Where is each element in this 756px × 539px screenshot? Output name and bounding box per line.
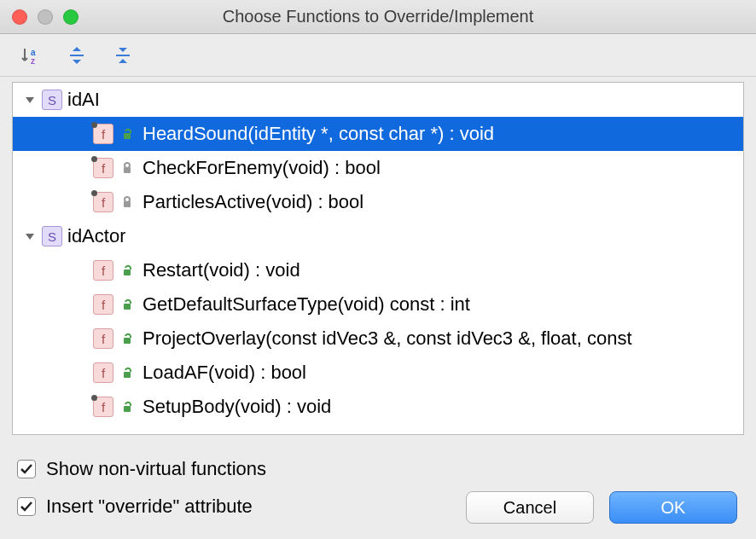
function-icon: f <box>93 294 113 315</box>
svg-rect-12 <box>124 372 131 378</box>
cancel-button[interactable]: Cancel <box>466 491 594 524</box>
show-non-virtual-label: Show non-virtual functions <box>46 458 266 480</box>
function-signature: Restart(void) : void <box>142 259 300 281</box>
function-icon: f <box>93 362 113 383</box>
insert-override-checkbox[interactable] <box>17 497 36 516</box>
struct-icon: S <box>42 90 62 110</box>
unlock-icon <box>119 398 136 415</box>
function-icon: f <box>93 328 113 349</box>
tree-item[interactable]: fHeardSound(idEntity *, const char *) : … <box>13 117 743 151</box>
tree-item[interactable]: fGetDefaultSurfaceType(void) const : int <box>13 287 743 322</box>
tree-item[interactable]: fRestart(void) : void <box>13 253 743 287</box>
maximize-window-button[interactable] <box>63 9 79 25</box>
svg-rect-3 <box>116 55 130 56</box>
collapse-all-button[interactable] <box>111 43 135 67</box>
function-icon: f <box>93 124 113 144</box>
toolbar: a z <box>0 34 756 77</box>
unlock-icon <box>119 296 136 313</box>
function-icon: f <box>93 260 113 281</box>
expand-all-button[interactable] <box>65 43 89 67</box>
tree-group[interactable]: SidAI <box>13 83 743 117</box>
function-signature: SetupBody(void) : void <box>142 396 331 418</box>
titlebar: Choose Functions to Override/Implement <box>0 0 756 34</box>
unlock-icon <box>119 125 136 142</box>
close-window-button[interactable] <box>12 9 27 25</box>
svg-rect-9 <box>124 270 131 275</box>
function-signature: ProjectOverlay(const idVec3 &, const idV… <box>142 327 632 350</box>
expand-icon[interactable] <box>21 91 38 108</box>
svg-rect-6 <box>124 167 131 173</box>
window-controls <box>12 9 79 25</box>
svg-text:z: z <box>31 56 35 66</box>
function-signature: ParticlesActive(void) : bool <box>142 191 363 213</box>
function-icon: f <box>93 397 113 417</box>
show-non-virtual-checkbox[interactable] <box>17 460 36 478</box>
sort-alpha-button[interactable]: a z <box>19 43 43 67</box>
svg-rect-4 <box>124 133 131 139</box>
tree-item[interactable]: fProjectOverlay(const idVec3 &, const id… <box>13 322 743 356</box>
unlock-icon <box>119 330 136 347</box>
expand-icon[interactable] <box>21 228 38 245</box>
svg-rect-11 <box>124 338 131 344</box>
tree-item[interactable]: fCheckForEnemy(void) : bool <box>13 151 743 185</box>
struct-icon: S <box>42 226 62 246</box>
function-icon: f <box>93 158 113 178</box>
tree-item[interactable]: fParticlesActive(void) : bool <box>13 185 743 219</box>
unlock-icon <box>119 262 136 279</box>
svg-rect-8 <box>124 201 131 207</box>
function-signature: LoadAF(void) : bool <box>142 362 306 384</box>
function-signature: GetDefaultSurfaceType(void) const : int <box>142 293 470 316</box>
lock-icon <box>119 194 136 211</box>
group-label: idAI <box>67 89 100 111</box>
tree-item[interactable]: fSetupBody(void) : void <box>13 390 743 424</box>
dialog-footer: Show non-virtual functions Insert "overr… <box>0 443 756 539</box>
function-signature: CheckForEnemy(void) : bool <box>142 157 381 179</box>
svg-rect-2 <box>70 55 84 56</box>
insert-override-label: Insert "override" attribute <box>46 496 253 518</box>
ok-button[interactable]: OK <box>609 491 737 524</box>
unlock-icon <box>119 364 136 381</box>
group-label: idActor <box>67 225 125 247</box>
svg-rect-10 <box>124 304 131 310</box>
function-icon: f <box>93 192 113 212</box>
tree-group[interactable]: SidActor <box>13 219 743 253</box>
tree-item[interactable]: fLoadAF(void) : bool <box>13 356 743 390</box>
window-title: Choose Functions to Override/Implement <box>0 7 756 26</box>
lock-icon <box>119 159 136 177</box>
minimize-window-button[interactable] <box>38 9 53 25</box>
svg-rect-13 <box>124 406 131 412</box>
function-signature: HeardSound(idEntity *, const char *) : v… <box>142 123 494 145</box>
function-tree[interactable]: SidAIfHeardSound(idEntity *, const char … <box>12 82 744 435</box>
